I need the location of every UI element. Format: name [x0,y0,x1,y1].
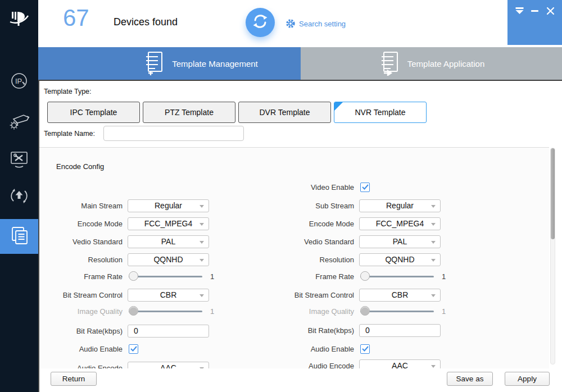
tab-template-application[interactable]: Template Application [301,47,562,80]
audio-enable-row: Audio Enable [274,342,370,355]
frame-rate-label: Frame Rate [42,272,128,281]
audio-encode-row: Audio Encode AAC [42,361,209,368]
sidebar-item-ip-config[interactable]: IP [0,66,38,98]
window-controls [507,0,562,45]
sidebar-item-device-config[interactable] [0,105,38,138]
collapse-icon[interactable] [515,7,524,15]
slider-handle[interactable] [360,271,370,281]
audio-encode-select[interactable]: AAC [359,359,441,369]
document-arrow-icon [378,50,401,78]
bit-rate-label: Bit Rate(kbps) [42,327,128,335]
save-as-button[interactable]: Save as [447,372,493,386]
device-count-label: Devices found [114,16,178,28]
selected-value: FCC_MPEG4 [376,219,424,228]
close-icon[interactable] [546,7,555,15]
svg-text:IP: IP [15,77,22,85]
audio-encode-label: Audio Encode [42,364,128,369]
encode-mode-select[interactable]: FCC_MPEG4 [128,217,209,230]
header: 67 Devices found Search setting [38,0,562,47]
ip-edit-icon: IP [8,70,30,94]
template-name-label: Template Name: [44,130,95,138]
footer-bar: Return Save as Apply [39,368,562,392]
image-quality-value: 1 [210,307,214,316]
refresh-button[interactable] [246,8,275,37]
chevron-down-icon [200,205,204,208]
vedio-standard-label: Vedio Standard [274,238,359,246]
tab-template-management[interactable]: Template Management [38,47,301,80]
dvr-template-button[interactable]: DVR Template [238,102,331,123]
main-stream-row: Main Stream Regular [42,199,209,212]
sidebar-item-template[interactable] [0,219,38,254]
sub-stream-label: Sub Stream [274,202,359,210]
chevron-down-icon [200,241,204,244]
slider-track [129,311,202,312]
vedio-standard-select[interactable]: PAL [359,235,441,248]
audio-enable-row: Audio Enable [42,342,138,355]
frame-rate-slider[interactable] [360,270,434,283]
chevron-down-icon [200,223,204,226]
upgrade-arrow-icon [7,184,31,211]
encode-mode-label: Encode Mode [42,220,128,228]
bit-stream-control-row: Bit Stream Control CBR [274,288,441,302]
bit-rate-label: Bit Rate(kbps) [274,326,359,335]
slider-handle[interactable] [129,271,138,281]
vertical-scrollbar[interactable] [550,148,555,364]
selected-value: Regular [155,201,182,210]
refresh-icon [251,12,269,33]
sidebar: IP [0,0,38,392]
resolution-label: Resolution [42,256,128,264]
resolution-select[interactable]: QQNHD [359,253,441,266]
encode-mode-select[interactable]: FCC_MPEG4 [359,217,441,230]
dahua-logo-icon [9,8,29,31]
bit-rate-input[interactable] [359,324,441,337]
vedio-standard-select[interactable]: PAL [128,235,209,248]
bit-stream-control-select[interactable]: CBR [359,289,441,302]
minimize-icon[interactable] [531,7,540,15]
video-enable-checkbox[interactable] [360,183,370,192]
selected-value: Regular [386,201,414,210]
resolution-row: Resolution QQNHD [42,253,209,266]
bit-rate-row: Bit Rate(kbps) [274,323,441,337]
monitor-tools-icon [7,147,31,174]
template-name-input[interactable] [103,126,244,141]
audio-encode-label: Audio Encode [274,362,359,369]
audio-enable-checkbox[interactable] [360,344,370,354]
bit-rate-input[interactable] [128,325,209,338]
tab-bar: Template Management Template Application [38,47,562,80]
frame-rate-slider[interactable] [129,270,202,283]
main-stream-select[interactable]: Regular [128,199,209,212]
resolution-row: Resolution QQNHD [274,253,441,266]
nvr-template-button[interactable]: NVR Template [334,102,427,123]
search-setting-button[interactable]: Search setting [285,19,346,29]
slider-track [360,276,434,277]
return-button[interactable]: Return [51,372,97,386]
sub-stream-select[interactable]: Regular [359,199,441,212]
selected-corner-marker [334,102,343,111]
image-quality-value: 1 [442,307,446,316]
button-label: IPC Template [70,108,117,117]
main-stream-label: Main Stream [42,202,128,210]
divider [38,80,562,81]
slider-handle [360,306,370,316]
audio-enable-checkbox[interactable] [129,344,138,354]
scrollbar-thumb[interactable] [551,148,555,239]
document-plus-icon [143,50,165,78]
template-type-label: Template Type: [44,88,92,95]
audio-encode-select[interactable]: AAC [128,362,209,369]
sidebar-item-system-tools[interactable] [0,144,38,177]
ptz-template-button[interactable]: PTZ Template [143,102,235,123]
button-label: DVR Template [259,108,310,117]
selected-value: PAL [161,237,175,246]
gear-icon [285,19,296,29]
ipc-template-button[interactable]: IPC Template [47,102,140,123]
image-quality-row: Image Quality 1 [42,304,214,318]
encode-config-pane: Encode Config Main Stream Regular Encode… [39,147,549,368]
selected-value: AAC [392,361,408,368]
resolution-select[interactable]: QQNHD [128,253,209,266]
app-logo [0,6,38,34]
bit-stream-control-select[interactable]: CBR [128,289,209,302]
selected-value: CBR [160,290,177,299]
apply-button[interactable]: Apply [505,372,550,386]
chevron-down-icon [431,205,436,208]
sidebar-item-upgrade[interactable] [0,181,38,213]
